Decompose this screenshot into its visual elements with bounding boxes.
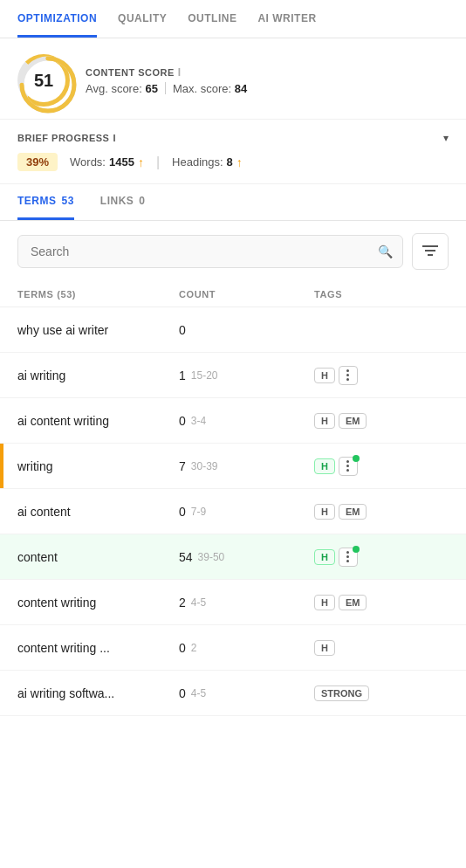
search-input[interactable] — [17, 235, 403, 268]
score-sub: Avg. score: 65 Max. score: 84 — [86, 82, 247, 95]
links-count: 0 — [139, 195, 145, 207]
avg-score-label: Avg. score: 65 — [86, 82, 158, 95]
count-cell: 2 4-5 — [179, 596, 314, 610]
table-row: content 54 39-50 H — [0, 534, 466, 580]
dot — [346, 460, 349, 463]
score-ring: 51 — [17, 54, 70, 107]
sub-tabs: TERMS 53 LINKS 0 — [0, 184, 466, 221]
tag-h: H — [314, 368, 335, 383]
search-icon: 🔍 — [378, 245, 393, 258]
th-tags: TAGS — [314, 289, 449, 300]
tag-em: EM — [339, 413, 367, 429]
green-dot-indicator — [353, 455, 360, 462]
count-cell: 0 — [179, 323, 314, 337]
table-row: ai writing 1 15-20 H — [0, 353, 466, 398]
words-up-icon: ↑ — [138, 155, 144, 169]
tags-cell: H — [314, 457, 449, 476]
tab-outline[interactable]: OUTLINE — [188, 0, 236, 38]
search-input-wrap: 🔍 — [17, 235, 403, 268]
max-score-value: 84 — [235, 82, 247, 95]
dot — [346, 551, 349, 554]
dot — [346, 374, 349, 376]
th-terms: TERMS (53) — [17, 289, 179, 300]
tab-aiwriter[interactable]: AI WRITER — [257, 0, 316, 38]
term-cell: writing — [17, 459, 179, 473]
score-ring-svg — [17, 54, 79, 115]
term-cell: ai content writing — [17, 414, 179, 428]
tab-quality[interactable]: QUALITY — [118, 0, 167, 38]
count-cell: 0 3-4 — [179, 414, 314, 428]
tab-optimization[interactable]: OPTIMIZATION — [17, 0, 97, 38]
max-score-label: Max. score: 84 — [173, 82, 247, 95]
tag-em: EM — [339, 595, 367, 610]
term-cell: ai writing — [17, 369, 179, 382]
tag-dots-button[interactable] — [339, 457, 358, 476]
terms-count: 53 — [62, 195, 74, 207]
score-divider — [165, 82, 166, 94]
progress-chevron-icon[interactable]: ▾ — [443, 132, 449, 144]
table-body: why use ai writer 0 ai writing 1 15-20 H… — [0, 307, 466, 716]
table-header: TERMS (53) COUNT TAGS — [0, 282, 466, 307]
tag-em: EM — [339, 504, 367, 520]
tags-cell: H EM — [314, 595, 449, 610]
words-value: 1455 — [109, 155, 134, 169]
term-cell: content writing ... — [17, 641, 179, 655]
tag-dots-button[interactable] — [339, 366, 358, 385]
tag-h: H — [314, 640, 335, 656]
filter-button[interactable] — [412, 233, 449, 270]
tags-cell: H EM — [314, 413, 449, 429]
tag-h: H — [314, 504, 335, 520]
dot — [346, 469, 349, 472]
term-cell: content — [17, 550, 179, 564]
th-count: COUNT — [179, 289, 314, 300]
tags-cell: STRONG — [314, 685, 449, 701]
progress-label: BRIEF PROGRESS i — [17, 133, 116, 143]
tag-strong: STRONG — [314, 685, 369, 701]
tag-h-green: H — [314, 458, 335, 474]
avg-score-value: 65 — [145, 82, 157, 95]
headings-value: 8 — [227, 155, 233, 169]
content-score-info-icon[interactable]: i — [178, 66, 182, 79]
term-cell: why use ai writer — [17, 323, 179, 337]
dot — [346, 378, 349, 381]
tab-links[interactable]: LINKS 0 — [100, 184, 146, 220]
score-details: CONTENT SCORE i Avg. score: 65 Max. scor… — [86, 66, 247, 95]
dot — [346, 560, 349, 562]
headings-up-icon: ↑ — [236, 155, 243, 169]
tag-h-green: H — [314, 549, 335, 565]
table-row: ai writing softwa... 0 4-5 STRONG — [0, 671, 466, 716]
dot — [346, 465, 349, 467]
brief-progress-section: BRIEF PROGRESS i ▾ 39% Words: 1455 ↑ | H… — [0, 120, 466, 184]
dot — [346, 555, 349, 558]
table-row: writing 7 30-39 H — [0, 444, 466, 489]
main-nav: OPTIMIZATION QUALITY OUTLINE AI WRITER — [0, 0, 466, 38]
table-row: ai content 0 7-9 H EM — [0, 489, 466, 534]
term-cell: ai content — [17, 505, 179, 519]
count-cell: 7 30-39 — [179, 459, 314, 473]
progress-stats: 39% Words: 1455 ↑ | Headings: 8 ↑ — [17, 153, 449, 171]
tags-cell: H — [314, 548, 449, 567]
brief-progress-info-icon[interactable]: i — [113, 133, 116, 143]
headings-stat: Headings: 8 ↑ — [172, 155, 243, 169]
table-row: ai content writing 0 3-4 H EM — [0, 398, 466, 444]
count-cell: 0 2 — [179, 641, 314, 655]
tag-h: H — [314, 413, 335, 429]
table-row: content writing ... 0 2 H — [0, 625, 466, 671]
content-score-section: 51 CONTENT SCORE i Avg. score: 65 Max. s… — [0, 38, 466, 120]
count-cell: 0 7-9 — [179, 505, 314, 519]
score-label: CONTENT SCORE i — [86, 66, 247, 79]
progress-separator: | — [156, 155, 160, 170]
tag-dots-button[interactable] — [339, 548, 358, 567]
count-cell: 54 39-50 — [179, 550, 314, 564]
tab-terms[interactable]: TERMS 53 — [17, 184, 74, 220]
tags-cell: H EM — [314, 504, 449, 520]
tags-cell: H — [314, 640, 449, 656]
filter-icon — [422, 244, 438, 259]
count-cell: 0 4-5 — [179, 686, 314, 700]
search-bar-row: 🔍 — [0, 221, 466, 282]
progress-percentage: 39% — [17, 153, 58, 171]
words-stat: Words: 1455 ↑ — [70, 155, 144, 169]
tags-cell: H — [314, 366, 449, 385]
table-row: content writing 2 4-5 H EM — [0, 580, 466, 625]
green-dot-indicator — [353, 546, 360, 553]
